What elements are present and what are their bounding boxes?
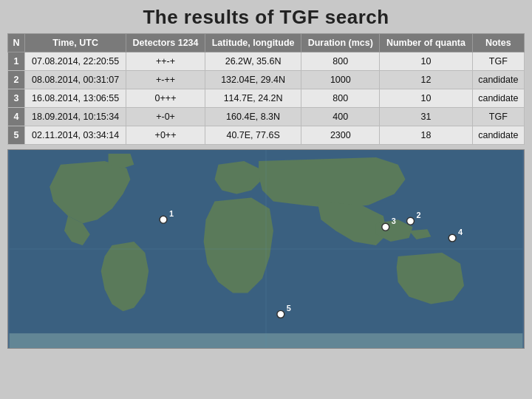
table-cell: 132.04E, 29.4N bbox=[205, 71, 301, 89]
table-cell: 3 bbox=[8, 89, 25, 108]
table-header-cell: Time, UTC bbox=[25, 34, 126, 52]
table-cell: 0+++ bbox=[126, 89, 205, 108]
table-row: 316.08.2014, 13:06:550+++114.7E, 24.2N80… bbox=[8, 89, 525, 108]
table-cell: 800 bbox=[301, 52, 380, 71]
table-header-cell: Duration (mcs) bbox=[301, 34, 380, 52]
table-cell: 16.08.2014, 13:06:55 bbox=[25, 89, 126, 108]
table-cell: 1000 bbox=[301, 71, 380, 89]
table-cell: 114.7E, 24.2N bbox=[205, 89, 301, 108]
svg-text:5: 5 bbox=[287, 304, 291, 313]
table-cell: 18.09.2014, 10:15:34 bbox=[25, 108, 126, 126]
table-cell: TGF bbox=[472, 52, 524, 71]
table-cell: 2300 bbox=[301, 126, 380, 145]
svg-text:4: 4 bbox=[458, 228, 463, 236]
table-cell: TGF bbox=[472, 108, 524, 126]
svg-point-4 bbox=[160, 216, 167, 223]
table-cell: 40.7E, 77.6S bbox=[205, 126, 301, 145]
table-header-cell: N bbox=[8, 34, 25, 52]
table-header-row: NTime, UTCDetectors 1234Latitude, longit… bbox=[8, 34, 525, 52]
page-title: The results of TGF search bbox=[0, 0, 532, 33]
svg-text:1: 1 bbox=[169, 209, 174, 218]
table-cell: +0++ bbox=[126, 126, 205, 145]
table-cell: 4 bbox=[8, 108, 25, 126]
table-cell: +-0+ bbox=[126, 108, 205, 126]
table-cell: 18 bbox=[380, 126, 472, 145]
svg-point-10 bbox=[449, 234, 456, 242]
table-row: 208.08.2014, 00:31:07+-++132.04E, 29.4N1… bbox=[8, 71, 525, 89]
table-header-cell: Latitude, longitude bbox=[205, 34, 301, 52]
table-cell: 5 bbox=[8, 126, 25, 145]
world-map: 1 2 3 4 5 bbox=[7, 149, 525, 349]
table-cell: 2 bbox=[8, 71, 25, 89]
svg-text:3: 3 bbox=[392, 216, 396, 225]
table-cell: 08.08.2014, 00:31:07 bbox=[25, 71, 126, 89]
table-cell: 10 bbox=[380, 52, 472, 71]
table-cell: candidate bbox=[472, 126, 524, 145]
table-cell: 10 bbox=[380, 89, 472, 108]
table-header-cell: Notes bbox=[472, 34, 524, 52]
svg-point-6 bbox=[407, 217, 415, 225]
table-cell: 400 bbox=[301, 108, 380, 126]
table-cell: 07.08.2014, 22:20:55 bbox=[25, 52, 126, 71]
svg-point-8 bbox=[382, 223, 389, 231]
table-cell: ++-+ bbox=[126, 52, 205, 71]
table-cell: 02.11.2014, 03:34:14 bbox=[25, 126, 126, 145]
table-header-cell: Detectors 1234 bbox=[126, 34, 205, 52]
table-row: 502.11.2014, 03:34:14+0++40.7E, 77.6S230… bbox=[8, 126, 525, 145]
table-row: 107.08.2014, 22:20:55++-+26.2W, 35.6N800… bbox=[8, 52, 525, 71]
table-cell: 160.4E, 8.3N bbox=[205, 108, 301, 126]
svg-text:2: 2 bbox=[416, 211, 420, 219]
table-cell: +-++ bbox=[126, 71, 205, 89]
table-cell: 1 bbox=[8, 52, 25, 71]
results-table: NTime, UTCDetectors 1234Latitude, longit… bbox=[7, 33, 525, 145]
table-cell: 800 bbox=[301, 89, 380, 108]
table-cell: 12 bbox=[380, 71, 472, 89]
table-header-cell: Number of quanta bbox=[380, 34, 472, 52]
svg-point-12 bbox=[277, 310, 284, 318]
table-row: 418.09.2014, 10:15:34+-0+160.4E, 8.3N400… bbox=[8, 108, 525, 126]
results-table-wrapper: NTime, UTCDetectors 1234Latitude, longit… bbox=[0, 33, 532, 145]
table-cell: 31 bbox=[380, 108, 472, 126]
table-cell: candidate bbox=[472, 71, 524, 89]
table-cell: candidate bbox=[472, 89, 524, 108]
table-cell: 26.2W, 35.6N bbox=[205, 52, 301, 71]
